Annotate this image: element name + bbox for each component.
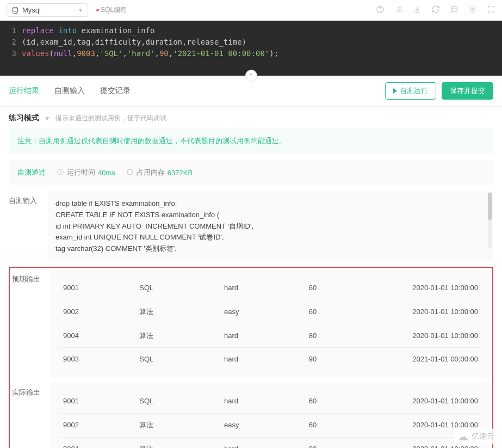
chevron-down-icon[interactable]: ▼ (45, 115, 50, 121)
table-row: 9001SQLhard602020-01-01 10:00:00 (59, 277, 482, 300)
table-cell: 9001 (59, 390, 135, 413)
db-label: Mysql (22, 6, 41, 14)
db-selector[interactable]: Mysql ▼ (7, 3, 88, 17)
format-icon[interactable] (450, 5, 458, 15)
tab-history[interactable]: 提交记录 (100, 86, 131, 96)
watermark: ☁ 亿速云 (454, 428, 498, 445)
table-cell: 2020-01-01 10:00:00 (376, 277, 482, 300)
table-cell: easy (220, 413, 305, 437)
mode-hint: 提示未通过的测试用例，便于代码调试 (55, 114, 166, 123)
table-cell: 2020-01-01 10:00:00 (376, 324, 482, 348)
table-cell: 60 (305, 300, 376, 324)
input-line: drop table if EXISTS examination_info; (55, 198, 486, 210)
table-cell: 80 (305, 324, 376, 348)
table-row: 9002算法easy602020-01-01 10:00:00 (59, 413, 482, 437)
expected-table: 9001SQLhard602020-01-01 10:00:009002算法ea… (59, 277, 482, 371)
code-editor[interactable]: 1replace into examination_info2(id,exam_… (0, 21, 502, 76)
input-line: id int PRIMARY KEY AUTO_INCREMENT COMMEN… (55, 221, 486, 232)
status-pass: 自测通过 (17, 168, 46, 177)
table-cell: SQL (135, 390, 220, 413)
table-cell: SQL (135, 348, 220, 371)
cloud-icon: ☁ (457, 430, 468, 443)
table-cell: 算法 (135, 324, 220, 348)
table-cell: 60 (305, 390, 376, 413)
self-test-input-section: 自测输入 drop table if EXISTS examination_in… (9, 192, 493, 261)
table-cell: 9003 (59, 348, 135, 371)
outputs-highlight: 预期输出 9001SQLhard602020-01-01 10:00:00900… (9, 267, 493, 448)
input-label: 自测输入 (9, 192, 40, 261)
actual-output-section: 实际输出 9001SQLhard602020-01-01 10:00:00900… (12, 383, 490, 448)
db-icon (11, 7, 19, 14)
table-cell: 9002 (59, 413, 135, 437)
table-cell: easy (220, 300, 305, 324)
expected-body: 9001SQLhard602020-01-01 10:00:009002算法ea… (51, 270, 490, 378)
table-cell: 60 (305, 413, 376, 437)
table-cell: 2021-01-01 00:00:00 (376, 348, 482, 371)
table-cell: SQL (135, 277, 220, 300)
top-toolbar: Mysql ▼ ●SQL编程 (0, 0, 502, 21)
clock-icon (57, 168, 64, 177)
table-cell: hard (220, 390, 305, 413)
self-test-button[interactable]: 自测运行 (385, 82, 436, 100)
table-row: 9004算法hard802020-01-01 10:00:00 (59, 324, 482, 348)
help-icon[interactable] (376, 5, 385, 15)
table-row: 9003SQLhard902021-01-01 00:00:00 (59, 348, 482, 371)
settings-icon[interactable] (468, 5, 477, 15)
table-cell: 2020-01-01 10:00:00 (376, 300, 482, 324)
svg-rect-6 (128, 169, 132, 174)
expected-label: 预期输出 (12, 270, 44, 378)
actual-table: 9001SQLhard602020-01-01 10:00:009002算法ea… (59, 390, 482, 448)
table-cell: 算法 (135, 413, 220, 437)
input-line: tag varchar(32) COMMENT '类别标签', (55, 243, 486, 255)
time-label: 运行时间 (67, 168, 95, 177)
tab-result[interactable]: 运行结果 (9, 86, 39, 96)
expected-output-section: 预期输出 9001SQLhard602020-01-01 10:00:00900… (12, 270, 490, 378)
collapse-editor-icon[interactable]: ⌃ (245, 70, 257, 82)
table-cell: 9002 (59, 300, 135, 324)
table-cell: 算法 (135, 300, 220, 324)
refresh-icon[interactable] (431, 5, 440, 15)
svg-point-4 (472, 8, 474, 10)
fullscreen-icon[interactable] (487, 5, 495, 15)
table-cell: hard (220, 437, 305, 448)
sql-tag: ●SQL编程 (96, 5, 127, 15)
svg-rect-3 (451, 7, 457, 11)
table-cell: 90 (305, 348, 376, 371)
table-row: 9004算法hard802020-01-01 10:00:00 (59, 437, 482, 448)
table-row: 9002算法easy602020-01-01 10:00:00 (59, 300, 482, 324)
scrollbar-thumb[interactable] (488, 193, 492, 220)
save-submit-button[interactable]: 保存并提交 (442, 82, 493, 100)
table-cell: hard (220, 324, 305, 348)
notice-banner: 注意：自测用例通过仅代表自测时使用的数据通过，不代表题目的测试用例均能通过。 (9, 128, 493, 154)
svg-point-2 (380, 11, 381, 11)
table-cell: 9001 (59, 277, 135, 300)
input-body[interactable]: drop table if EXISTS examination_info;CR… (48, 192, 493, 261)
table-cell: 算法 (135, 437, 220, 448)
table-cell: 2020-01-01 10:00:00 (376, 390, 482, 413)
table-cell: hard (220, 348, 305, 371)
tab-input[interactable]: 自测输入 (54, 86, 85, 96)
actual-body: 9001SQLhard602020-01-01 10:00:009002算法ea… (51, 383, 490, 448)
toolbar-icons (376, 5, 495, 15)
table-cell: 80 (305, 437, 376, 448)
result-tabs: 运行结果 自测输入 提交记录 (9, 86, 131, 96)
download-icon[interactable] (413, 5, 422, 15)
svg-point-0 (13, 7, 17, 9)
list-icon[interactable] (394, 5, 403, 15)
chevron-down-icon: ▼ (78, 7, 83, 13)
memory-icon (126, 168, 134, 177)
play-icon (393, 88, 397, 94)
mode-label: 练习模式 (9, 113, 39, 123)
mode-bar: 练习模式 ▼ 提示未通过的测试用例，便于代码调试 (9, 113, 493, 123)
time-value: 40ms (98, 169, 115, 177)
input-line: CREATE TABLE IF NOT EXISTS examination_i… (55, 210, 486, 221)
table-cell: 9004 (59, 437, 135, 448)
table-cell: hard (220, 277, 305, 300)
table-cell: 60 (305, 277, 376, 300)
mem-value: 6372KB (168, 169, 193, 177)
table-row: 9001SQLhard602020-01-01 10:00:00 (59, 390, 482, 413)
status-bar: 自测通过 运行时间 40ms 占用内存 6372KB (9, 160, 493, 185)
input-line: exam_id int UNIQUE NOT NULL COMMENT '试卷I… (55, 232, 486, 243)
actual-label: 实际输出 (12, 383, 44, 448)
table-cell: 9004 (59, 324, 135, 348)
